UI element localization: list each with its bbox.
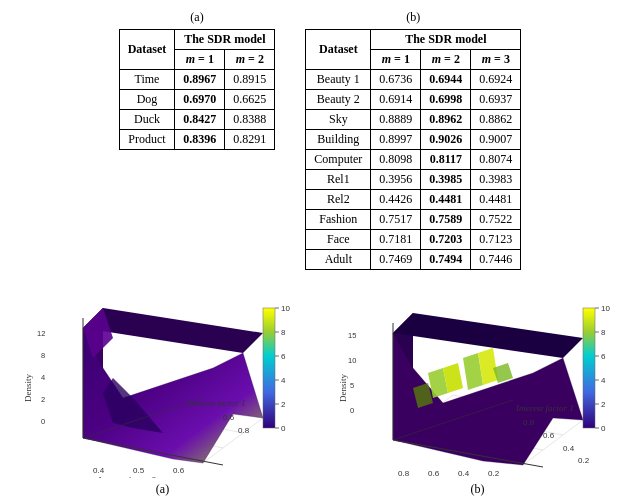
svg-text:0.4: 0.4: [458, 469, 470, 478]
dataset-cell: Building: [306, 130, 371, 150]
table-b-m2-header: m = 2: [421, 50, 471, 70]
m2-cell: 0.7589: [421, 210, 471, 230]
plot-a-container: 10 8 6 4 2 0 Density 12 8 4 2 0: [10, 278, 315, 497]
svg-text:0.4: 0.4: [93, 466, 105, 475]
top-section: (a) Dataset The SDR model m = 1 m = 2 Ti…: [0, 0, 640, 278]
svg-text:10: 10: [348, 356, 356, 365]
m1-cell: 0.8098: [371, 150, 421, 170]
plot-b-container: 10 8 6 4 2 0 Density 15 10 5 0: [325, 278, 630, 497]
m2-cell: 0.4481: [421, 190, 471, 210]
svg-text:6: 6: [601, 352, 606, 361]
m2-cell: 0.8915: [225, 70, 275, 90]
m3-cell: 0.8862: [471, 110, 521, 130]
svg-text:8: 8: [41, 351, 45, 360]
m3-cell: 0.3983: [471, 170, 521, 190]
bottom-section: 10 8 6 4 2 0 Density 12 8 4 2 0: [0, 278, 640, 500]
m2-cell: 0.8962: [421, 110, 471, 130]
dataset-cell: Time: [119, 70, 175, 90]
svg-rect-63: [583, 308, 595, 428]
svg-text:4: 4: [41, 373, 45, 382]
table-b: Dataset The SDR model m = 1 m = 2 m = 3 …: [305, 29, 521, 270]
table-b-container: (b) Dataset The SDR model m = 1 m = 2 m …: [305, 10, 521, 270]
svg-text:8: 8: [601, 328, 606, 337]
svg-text:0.2: 0.2: [578, 456, 590, 465]
m2-cell: 0.3985: [421, 170, 471, 190]
svg-text:0.2: 0.2: [488, 469, 500, 478]
svg-text:15: 15: [348, 331, 356, 340]
table-row: Time0.89670.8915: [119, 70, 275, 90]
page: (a) Dataset The SDR model m = 1 m = 2 Ti…: [0, 0, 640, 500]
m1-cell: 0.7517: [371, 210, 421, 230]
m1-cell: 0.6914: [371, 90, 421, 110]
dataset-cell: Adult: [306, 250, 371, 270]
dataset-cell: Fashion: [306, 210, 371, 230]
svg-text:12: 12: [37, 329, 45, 338]
table-row: Dog0.69700.6625: [119, 90, 275, 110]
svg-rect-15: [263, 308, 275, 428]
m3-cell: 0.4481: [471, 190, 521, 210]
plot-b-svg: 10 8 6 4 2 0 Density 15 10 5 0: [338, 278, 618, 478]
svg-text:0.8: 0.8: [398, 469, 410, 478]
m1-cell: 0.7469: [371, 250, 421, 270]
dataset-cell: Duck: [119, 110, 175, 130]
svg-text:0.6: 0.6: [173, 466, 185, 475]
m2-cell: 0.7494: [421, 250, 471, 270]
table-a-dataset-header: Dataset: [119, 30, 175, 70]
svg-text:0.5: 0.5: [133, 466, 145, 475]
table-row: Sky0.88890.89620.8862: [306, 110, 521, 130]
svg-text:0: 0: [601, 424, 606, 433]
svg-text:0.8: 0.8: [238, 426, 250, 435]
m1-cell: 0.8396: [175, 130, 225, 150]
svg-text:Interest factor 2: Interest factor 2: [97, 475, 156, 478]
svg-text:0: 0: [350, 406, 354, 415]
dataset-cell: Rel2: [306, 190, 371, 210]
svg-text:0.6: 0.6: [543, 431, 555, 440]
m1-cell: 0.8889: [371, 110, 421, 130]
m1-cell: 0.4426: [371, 190, 421, 210]
svg-text:10: 10: [601, 304, 610, 313]
table-row: Face0.71810.72030.7123: [306, 230, 521, 250]
m2-cell: 0.8117: [421, 150, 471, 170]
m3-cell: 0.7522: [471, 210, 521, 230]
m1-cell: 0.3956: [371, 170, 421, 190]
svg-text:Interest factor 1: Interest factor 1: [187, 398, 246, 408]
svg-text:Density: Density: [338, 374, 348, 402]
table-row: Building0.89970.90260.9007: [306, 130, 521, 150]
svg-text:2: 2: [601, 400, 606, 409]
m1-cell: 0.6970: [175, 90, 225, 110]
table-row: Beauty 20.69140.69980.6937: [306, 90, 521, 110]
m3-cell: 0.9007: [471, 130, 521, 150]
plot-a-svg: 10 8 6 4 2 0 Density 12 8 4 2 0: [23, 278, 303, 478]
m1-cell: 0.6736: [371, 70, 421, 90]
dataset-cell: Rel1: [306, 170, 371, 190]
m3-cell: 0.6924: [471, 70, 521, 90]
m3-cell: 0.7123: [471, 230, 521, 250]
table-b-m1-header: m = 1: [371, 50, 421, 70]
m2-cell: 0.9026: [421, 130, 471, 150]
table-b-label: (b): [406, 10, 420, 25]
m2-cell: 0.8388: [225, 110, 275, 130]
table-row: Fashion0.75170.75890.7522: [306, 210, 521, 230]
table-a-container: (a) Dataset The SDR model m = 1 m = 2 Ti…: [119, 10, 276, 150]
svg-text:0: 0: [281, 424, 286, 433]
svg-text:2: 2: [41, 395, 45, 404]
table-a-m2-header: m = 2: [225, 50, 275, 70]
table-a-sdr-header: The SDR model: [175, 30, 275, 50]
m2-cell: 0.6998: [421, 90, 471, 110]
table-row: Rel10.39560.39850.3983: [306, 170, 521, 190]
dataset-cell: Computer: [306, 150, 371, 170]
plot-a-label: (a): [156, 482, 169, 497]
m3-cell: 0.8074: [471, 150, 521, 170]
m1-cell: 0.7181: [371, 230, 421, 250]
svg-text:0.4: 0.4: [563, 444, 575, 453]
svg-text:0.6: 0.6: [428, 469, 440, 478]
table-a: Dataset The SDR model m = 1 m = 2 Time0.…: [119, 29, 276, 150]
svg-text:0: 0: [41, 417, 45, 426]
svg-text:Interest factor 1: Interest factor 1: [515, 403, 574, 413]
dataset-cell: Sky: [306, 110, 371, 130]
table-row: Beauty 10.67360.69440.6924: [306, 70, 521, 90]
table-b-dataset-header: Dataset: [306, 30, 371, 70]
m1-cell: 0.8997: [371, 130, 421, 150]
dataset-cell: Dog: [119, 90, 175, 110]
m2-cell: 0.8291: [225, 130, 275, 150]
